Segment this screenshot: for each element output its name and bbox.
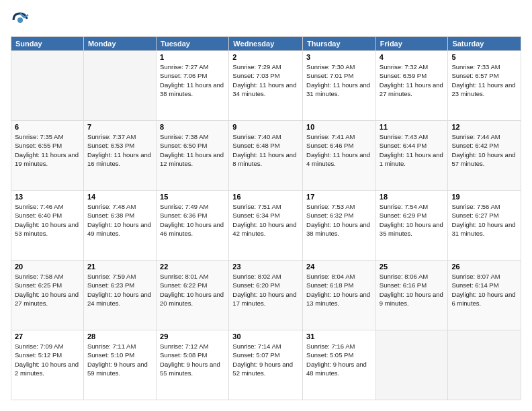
weekday-header-monday: Monday — [83, 37, 156, 51]
weekday-header-sunday: Sunday — [11, 37, 84, 51]
header — [11, 11, 521, 30]
day-info: Sunrise: 7:40 AM Sunset: 6:48 PM Dayligh… — [232, 132, 299, 168]
calendar-cell: 8Sunrise: 7:38 AM Sunset: 6:50 PM Daylig… — [157, 121, 229, 191]
calendar-header-row: SundayMondayTuesdayWednesdayThursdayFrid… — [11, 37, 521, 51]
calendar-cell: 4Sunrise: 7:32 AM Sunset: 6:59 PM Daylig… — [375, 51, 448, 121]
day-info: Sunrise: 7:29 AM Sunset: 7:03 PM Dayligh… — [232, 62, 299, 98]
day-number: 15 — [160, 193, 225, 201]
calendar-cell: 31Sunrise: 7:16 AM Sunset: 5:05 PM Dayli… — [303, 330, 376, 400]
day-info: Sunrise: 8:04 AM Sunset: 6:18 PM Dayligh… — [306, 272, 372, 308]
calendar-cell: 7Sunrise: 7:37 AM Sunset: 6:53 PM Daylig… — [83, 121, 156, 191]
day-info: Sunrise: 7:33 AM Sunset: 6:57 PM Dayligh… — [451, 62, 517, 98]
day-info: Sunrise: 7:48 AM Sunset: 6:38 PM Dayligh… — [87, 202, 152, 238]
calendar-cell — [83, 51, 156, 121]
day-number: 25 — [380, 263, 445, 271]
day-number: 21 — [87, 263, 152, 271]
day-number: 28 — [87, 332, 152, 340]
day-info: Sunrise: 7:16 AM Sunset: 5:05 PM Dayligh… — [306, 342, 372, 377]
calendar-week-row: 1Sunrise: 7:27 AM Sunset: 7:06 PM Daylig… — [11, 51, 521, 121]
day-info: Sunrise: 7:11 AM Sunset: 5:10 PM Dayligh… — [87, 342, 152, 377]
day-info: Sunrise: 8:07 AM Sunset: 6:14 PM Dayligh… — [451, 272, 517, 308]
calendar-cell: 11Sunrise: 7:43 AM Sunset: 6:44 PM Dayli… — [375, 121, 448, 191]
day-info: Sunrise: 7:32 AM Sunset: 6:59 PM Dayligh… — [380, 62, 445, 98]
calendar-cell: 18Sunrise: 7:54 AM Sunset: 6:29 PM Dayli… — [375, 191, 448, 261]
day-info: Sunrise: 7:38 AM Sunset: 6:50 PM Dayligh… — [160, 132, 225, 168]
day-number: 27 — [15, 332, 80, 340]
day-info: Sunrise: 7:49 AM Sunset: 6:36 PM Dayligh… — [160, 202, 225, 238]
day-info: Sunrise: 7:27 AM Sunset: 7:06 PM Dayligh… — [160, 62, 225, 98]
weekday-header-thursday: Thursday — [303, 37, 376, 51]
calendar-cell: 17Sunrise: 7:53 AM Sunset: 6:32 PM Dayli… — [303, 191, 376, 261]
day-number: 17 — [306, 193, 372, 201]
calendar-cell: 15Sunrise: 7:49 AM Sunset: 6:36 PM Dayli… — [157, 191, 229, 261]
calendar-cell — [448, 330, 521, 400]
logo-icon — [11, 11, 30, 30]
calendar-cell — [11, 51, 84, 121]
calendar-cell: 3Sunrise: 7:30 AM Sunset: 7:01 PM Daylig… — [303, 51, 376, 121]
calendar-cell: 5Sunrise: 7:33 AM Sunset: 6:57 PM Daylig… — [448, 51, 521, 121]
day-number: 31 — [306, 332, 372, 340]
day-info: Sunrise: 7:30 AM Sunset: 7:01 PM Dayligh… — [306, 62, 372, 98]
weekday-header-saturday: Saturday — [448, 37, 521, 51]
day-info: Sunrise: 7:44 AM Sunset: 6:42 PM Dayligh… — [451, 132, 517, 168]
calendar-table: SundayMondayTuesdayWednesdayThursdayFrid… — [11, 36, 521, 400]
day-number: 13 — [15, 193, 80, 201]
day-info: Sunrise: 7:41 AM Sunset: 6:46 PM Dayligh… — [306, 132, 372, 168]
day-number: 26 — [451, 263, 517, 271]
calendar-cell: 25Sunrise: 8:06 AM Sunset: 6:16 PM Dayli… — [375, 261, 448, 330]
day-info: Sunrise: 7:09 AM Sunset: 5:12 PM Dayligh… — [15, 342, 80, 377]
day-number: 16 — [232, 193, 299, 201]
calendar-cell: 1Sunrise: 7:27 AM Sunset: 7:06 PM Daylig… — [157, 51, 229, 121]
calendar-week-row: 20Sunrise: 7:58 AM Sunset: 6:25 PM Dayli… — [11, 261, 521, 330]
day-info: Sunrise: 7:12 AM Sunset: 5:08 PM Dayligh… — [160, 342, 225, 377]
calendar-cell: 22Sunrise: 8:01 AM Sunset: 6:22 PM Dayli… — [157, 261, 229, 330]
day-number: 10 — [306, 123, 372, 131]
day-number: 18 — [380, 193, 445, 201]
day-info: Sunrise: 7:54 AM Sunset: 6:29 PM Dayligh… — [380, 202, 445, 238]
day-number: 20 — [15, 263, 80, 271]
calendar-cell: 16Sunrise: 7:51 AM Sunset: 6:34 PM Dayli… — [229, 191, 303, 261]
day-number: 8 — [160, 123, 225, 131]
day-number: 2 — [232, 53, 299, 61]
day-number: 23 — [232, 263, 299, 271]
calendar-cell: 2Sunrise: 7:29 AM Sunset: 7:03 PM Daylig… — [229, 51, 303, 121]
day-info: Sunrise: 7:56 AM Sunset: 6:27 PM Dayligh… — [451, 202, 517, 238]
calendar-week-row: 6Sunrise: 7:35 AM Sunset: 6:55 PM Daylig… — [11, 121, 521, 191]
calendar-cell: 20Sunrise: 7:58 AM Sunset: 6:25 PM Dayli… — [11, 261, 84, 330]
day-number: 22 — [160, 263, 225, 271]
calendar-week-row: 27Sunrise: 7:09 AM Sunset: 5:12 PM Dayli… — [11, 330, 521, 400]
day-number: 24 — [306, 263, 372, 271]
day-info: Sunrise: 8:06 AM Sunset: 6:16 PM Dayligh… — [380, 272, 445, 308]
day-info: Sunrise: 8:02 AM Sunset: 6:20 PM Dayligh… — [232, 272, 299, 308]
calendar-cell: 26Sunrise: 8:07 AM Sunset: 6:14 PM Dayli… — [448, 261, 521, 330]
day-number: 4 — [380, 53, 445, 61]
logo — [11, 11, 32, 30]
day-info: Sunrise: 7:37 AM Sunset: 6:53 PM Dayligh… — [87, 132, 152, 168]
calendar-cell: 29Sunrise: 7:12 AM Sunset: 5:08 PM Dayli… — [157, 330, 229, 400]
day-info: Sunrise: 7:43 AM Sunset: 6:44 PM Dayligh… — [380, 132, 445, 168]
day-info: Sunrise: 7:51 AM Sunset: 6:34 PM Dayligh… — [232, 202, 299, 238]
calendar-cell: 28Sunrise: 7:11 AM Sunset: 5:10 PM Dayli… — [83, 330, 156, 400]
calendar-cell: 9Sunrise: 7:40 AM Sunset: 6:48 PM Daylig… — [229, 121, 303, 191]
calendar-cell: 27Sunrise: 7:09 AM Sunset: 5:12 PM Dayli… — [11, 330, 84, 400]
calendar-cell: 30Sunrise: 7:14 AM Sunset: 5:07 PM Dayli… — [229, 330, 303, 400]
day-number: 5 — [451, 53, 517, 61]
day-number: 11 — [380, 123, 445, 131]
day-number: 12 — [451, 123, 517, 131]
day-info: Sunrise: 7:14 AM Sunset: 5:07 PM Dayligh… — [232, 342, 299, 377]
page: SundayMondayTuesdayWednesdayThursdayFrid… — [0, 0, 532, 411]
day-number: 14 — [87, 193, 152, 201]
day-info: Sunrise: 7:35 AM Sunset: 6:55 PM Dayligh… — [15, 132, 80, 168]
day-number: 7 — [87, 123, 152, 131]
calendar-cell: 10Sunrise: 7:41 AM Sunset: 6:46 PM Dayli… — [303, 121, 376, 191]
day-info: Sunrise: 7:59 AM Sunset: 6:23 PM Dayligh… — [87, 272, 152, 308]
calendar-cell: 24Sunrise: 8:04 AM Sunset: 6:18 PM Dayli… — [303, 261, 376, 330]
day-number: 9 — [232, 123, 299, 131]
calendar-cell: 12Sunrise: 7:44 AM Sunset: 6:42 PM Dayli… — [448, 121, 521, 191]
calendar-cell: 19Sunrise: 7:56 AM Sunset: 6:27 PM Dayli… — [448, 191, 521, 261]
weekday-header-wednesday: Wednesday — [229, 37, 303, 51]
calendar-cell: 23Sunrise: 8:02 AM Sunset: 6:20 PM Dayli… — [229, 261, 303, 330]
day-number: 1 — [160, 53, 225, 61]
weekday-header-friday: Friday — [375, 37, 448, 51]
day-number: 19 — [451, 193, 517, 201]
